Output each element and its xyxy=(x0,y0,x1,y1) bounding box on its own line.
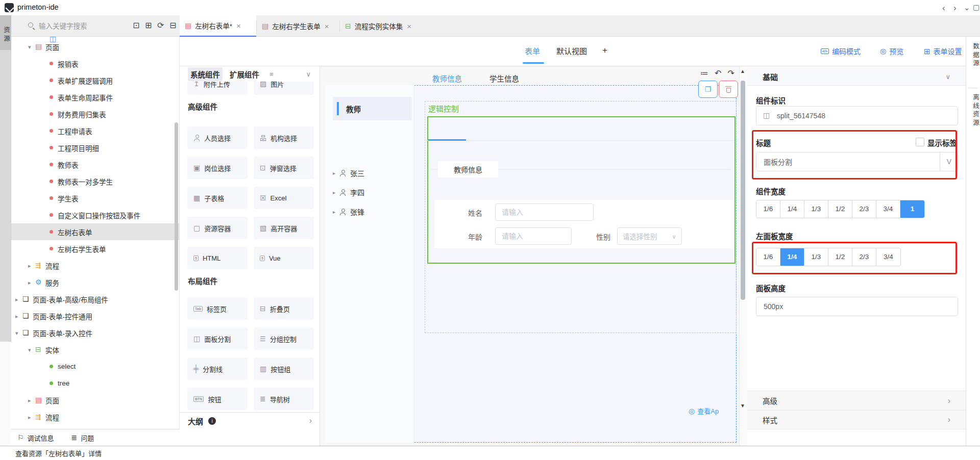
scroll-down-icon[interactable]: ▼ xyxy=(740,403,745,408)
rail-tab-offline-resources[interactable]: 离线资源 xyxy=(966,94,980,127)
caret-right-icon[interactable] xyxy=(15,296,22,303)
sidebar-item-entity[interactable]: 实体 xyxy=(11,341,180,358)
sidebar-item-teacher-students[interactable]: 教师表一对多学生 xyxy=(11,173,180,190)
left-width-option[interactable]: 1/2 xyxy=(828,248,852,266)
palette-item-person-select[interactable]: 人员选择 xyxy=(187,126,248,149)
sidebar-item-pages-2[interactable]: 页面 xyxy=(11,392,180,408)
left-width-option[interactable]: 1/6 xyxy=(756,248,780,266)
panel-height-input[interactable] xyxy=(756,297,958,316)
search-input[interactable] xyxy=(38,20,121,32)
sidebar-item-services[interactable]: 服务 xyxy=(11,274,180,291)
tab-student-info[interactable]: 学生信息 xyxy=(489,73,519,84)
copy-component-button[interactable] xyxy=(698,81,718,98)
show-label-checkbox[interactable] xyxy=(916,138,924,146)
caret-down-icon[interactable] xyxy=(15,329,22,337)
component-id-input[interactable] xyxy=(756,106,958,125)
palette-tab-extension[interactable]: 扩展组件 xyxy=(230,69,259,80)
title-input[interactable] xyxy=(756,152,958,171)
sidebar-item-left-tree-form[interactable]: 左树右表单 xyxy=(11,223,180,240)
caret-right-icon[interactable] xyxy=(28,414,35,421)
palette-item-post-select[interactable]: 岗位选择 xyxy=(187,157,248,179)
section-style[interactable]: 样式 xyxy=(747,410,966,429)
doc-tab-left-tree-form[interactable]: 左树右表单* xyxy=(180,15,256,37)
rail-tab-datasource[interactable]: 数据源 xyxy=(966,43,980,68)
width-option[interactable]: 3/4 xyxy=(876,200,900,218)
collapse-all-icon[interactable] xyxy=(169,21,176,30)
palette-item-vue[interactable]: 5 Vue xyxy=(254,247,314,269)
palette-item-panel-split[interactable]: 面板分割 xyxy=(187,327,248,350)
undo-icon[interactable] xyxy=(715,69,721,78)
palette-tab-system[interactable]: 系统组件 xyxy=(188,67,223,81)
problems-button[interactable]: 问题 xyxy=(71,433,94,443)
sidebar-item-pkg-common-controls[interactable]: 页面-表单-控件通用 xyxy=(11,308,180,324)
palette-item-nav-tree[interactable]: 导航树 xyxy=(254,388,314,410)
sidebar-item-custom-window[interactable]: 自定义窗口操作按钮及事件 xyxy=(11,207,180,223)
width-option[interactable]: 1/3 xyxy=(804,200,828,218)
palette-menu-icon[interactable] xyxy=(270,70,274,78)
view-tab-default-view[interactable]: 默认视图 xyxy=(556,45,587,56)
palette-item-collapse-page[interactable]: 折叠页 xyxy=(254,297,314,320)
left-width-option[interactable]: 1/3 xyxy=(804,248,828,266)
sidebar-item-process-2[interactable]: 流程 xyxy=(11,408,180,425)
palette-item-html[interactable]: 5 HTML xyxy=(187,247,248,269)
palette-item-resource-container[interactable]: 资源容器 xyxy=(187,217,248,239)
delete-component-button[interactable] xyxy=(719,81,738,98)
form-settings-button[interactable]: 表单设置 xyxy=(924,46,962,56)
save-icon[interactable] xyxy=(973,4,979,11)
sidebar-item-project-apply[interactable]: 工程申请表 xyxy=(11,122,180,139)
sidebar-item-pages[interactable]: 页面 xyxy=(11,38,180,55)
redo-icon[interactable] xyxy=(727,69,734,78)
palette-item-button-group[interactable]: 按钮组 xyxy=(254,357,314,380)
name-input[interactable] xyxy=(495,203,594,221)
palette-item-tab-page[interactable]: Tab 标签页 xyxy=(187,297,248,320)
canvas-scrollbar-thumb[interactable] xyxy=(741,81,745,300)
palette-item-excel[interactable]: Excel xyxy=(254,187,314,209)
caret-right-icon[interactable] xyxy=(28,262,35,269)
sidebar-item-pkg-input-controls[interactable]: 页面-表单-录入控件 xyxy=(11,324,180,341)
preview-button[interactable]: 预览 xyxy=(880,46,903,56)
tree-node-zhangsan[interactable]: ▸ 张三 xyxy=(333,164,412,182)
width-option[interactable]: 2/3 xyxy=(852,200,876,218)
chevron-right-icon[interactable] xyxy=(309,417,312,425)
forward-icon[interactable] xyxy=(953,4,957,12)
width-option[interactable]: 1/2 xyxy=(828,200,852,218)
sidebar-item-process[interactable]: 流程 xyxy=(11,257,180,274)
refresh-icon[interactable] xyxy=(157,21,164,30)
section-basic[interactable]: 基础 xyxy=(747,68,966,86)
tree-node-lisi[interactable]: ▸ 李四 xyxy=(333,184,412,201)
sidebar-item-form-lifecycle[interactable]: 表单生命周起事件 xyxy=(11,89,180,106)
width-option[interactable]: 1/4 xyxy=(780,200,804,218)
width-option[interactable]: 1/6 xyxy=(756,200,780,218)
sidebar-item-tree[interactable]: tree xyxy=(11,375,180,392)
sidebar-item-left-tree-student-form[interactable]: 左树右学生表单 xyxy=(11,240,180,257)
gender-select[interactable]: 请选择性别 xyxy=(617,227,682,245)
caret-down-icon[interactable] xyxy=(28,43,35,50)
left-width-option[interactable]: 2/3 xyxy=(852,248,876,266)
chevron-down-icon[interactable] xyxy=(964,4,970,11)
age-input[interactable] xyxy=(495,227,572,245)
palette-item-subtable[interactable]: 子表格 xyxy=(187,187,248,209)
add-view-button[interactable]: + xyxy=(602,45,607,56)
back-icon[interactable] xyxy=(942,4,945,12)
sidebar-item-project-detail[interactable]: 工程项目明细 xyxy=(11,139,180,156)
section-advanced[interactable]: 高级 xyxy=(747,391,966,410)
view-app-link[interactable]: 查看Ap xyxy=(689,406,719,416)
close-icon[interactable] xyxy=(325,22,329,30)
rail-tab-resources[interactable]: 资源 xyxy=(0,15,11,50)
palette-item-code-container[interactable]: 高开容器 xyxy=(254,217,314,239)
sidebar-scrollbar[interactable] xyxy=(175,122,178,291)
left-width-option-selected[interactable]: 1/4 xyxy=(780,248,804,266)
palette-item-popup-select[interactable]: 弹窗选择 xyxy=(254,157,314,179)
view-tab-form[interactable]: 表单 xyxy=(525,45,540,56)
sidebar-item-finance-form[interactable]: 财务费用归集表 xyxy=(11,106,180,122)
sidebar-item-student-table[interactable]: 学生表 xyxy=(11,190,180,207)
caret-right-icon[interactable] xyxy=(28,279,35,286)
sidebar-item-pkg-advanced-layout[interactable]: 页面-表单-高级/布局组件 xyxy=(11,291,180,308)
close-icon[interactable] xyxy=(236,22,241,30)
doc-tab-process-entity-set[interactable]: 流程实例实体集 xyxy=(340,15,422,37)
width-option-selected[interactable]: 1 xyxy=(900,200,924,218)
new-folder-icon[interactable] xyxy=(145,21,152,30)
tab-teacher-info[interactable]: 教师信息 xyxy=(432,73,462,84)
sidebar-item-form-ext-logic[interactable]: 表单扩展逻辑调用 xyxy=(11,72,180,89)
locate-file-icon[interactable] xyxy=(133,21,139,30)
